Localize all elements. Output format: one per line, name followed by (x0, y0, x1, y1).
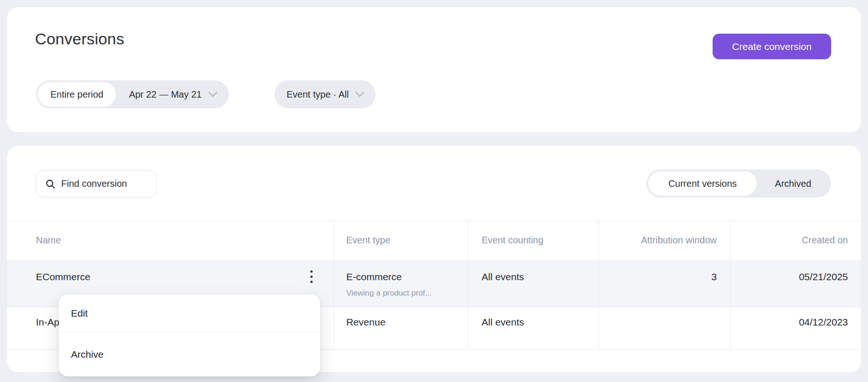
cell-attribution-window: 3 (711, 271, 717, 283)
column-header-event-type[interactable]: Event type (346, 235, 391, 246)
column-header-attribution-window[interactable]: Attribution window (641, 235, 717, 246)
conversions-header-card (7, 7, 861, 132)
event-type-filter-label: Event type · All (287, 89, 355, 100)
column-divider (468, 221, 468, 349)
cell-created-on: 04/12/2023 (799, 317, 848, 328)
header-bottom-border (7, 261, 861, 261)
tab-archived[interactable]: Archived (757, 170, 829, 198)
search-icon (45, 179, 56, 189)
column-header-name[interactable]: Name (36, 235, 61, 246)
page-title: Conversions (35, 30, 124, 48)
cell-event-type-subtext: Viewing a product prof... (346, 289, 432, 298)
row-context-menu: Edit Archive (59, 294, 320, 376)
tab-current-versions-label: Current versions (668, 178, 737, 189)
menu-item-edit-label: Edit (71, 308, 88, 319)
event-type-filter[interactable]: Event type · All (274, 80, 376, 108)
create-conversion-label: Create conversion (732, 41, 812, 52)
chevron-down-icon[interactable] (355, 92, 364, 97)
cell-event-counting: All events (482, 317, 524, 328)
date-range-selector[interactable]: Apr 22 — May 21 (116, 89, 208, 100)
entire-period-tab[interactable]: Entire period (38, 82, 116, 106)
create-conversion-button[interactable]: Create conversion (713, 34, 831, 59)
cell-created-on: 05/21/2025 (799, 271, 848, 283)
column-header-event-counting[interactable]: Event counting (482, 235, 543, 246)
chevron-down-icon[interactable] (208, 92, 217, 97)
search-placeholder: Find conversion (61, 178, 127, 189)
entire-period-label: Entire period (50, 89, 103, 100)
cell-name[interactable]: In-Ap (36, 317, 59, 328)
cell-event-type: Revenue (346, 317, 385, 328)
cell-event-type: E-commerce (346, 271, 402, 283)
period-filter: Entire period Apr 22 — May 21 (36, 80, 229, 108)
cell-event-counting: All events (482, 271, 524, 283)
column-divider (599, 221, 599, 349)
search-input[interactable]: Find conversion (36, 170, 157, 198)
versions-toggle: Current versions Archived (646, 170, 831, 198)
tab-archived-label: Archived (775, 178, 812, 189)
menu-item-edit[interactable]: Edit (59, 294, 320, 332)
column-divider (730, 221, 731, 349)
column-header-created-on[interactable]: Created on (802, 235, 848, 246)
cell-name[interactable]: ECommerce (36, 271, 91, 283)
menu-item-archive-label: Archive (71, 349, 104, 360)
tab-current-versions[interactable]: Current versions (648, 171, 757, 196)
row-actions-button[interactable] (305, 268, 318, 285)
column-divider (334, 221, 334, 349)
table-top-border (7, 221, 861, 221)
menu-item-archive[interactable]: Archive (59, 332, 320, 376)
